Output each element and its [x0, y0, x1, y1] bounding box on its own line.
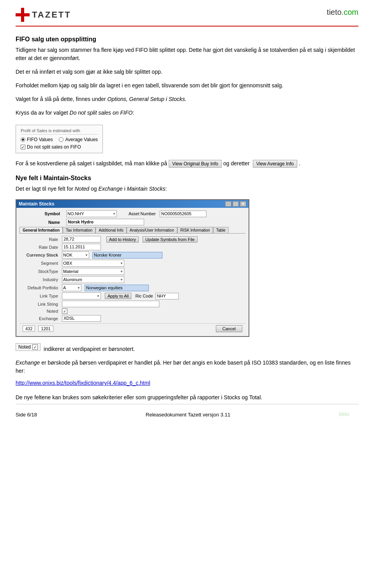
stocktype-label: StockType — [19, 269, 60, 274]
tab-tax-information[interactable]: Tax Information — [63, 227, 95, 233]
ric-code-label: Ric Code — [135, 294, 153, 298]
maximize-button[interactable]: □ — [233, 201, 239, 207]
portfolio-dropdown-arrow-icon: ▼ — [77, 286, 80, 290]
exchange-link[interactable]: http://www.onixs.biz/tools/fixdictionary… — [16, 380, 150, 386]
symbol-dropdown[interactable]: NO.NHY ▼ — [66, 210, 117, 217]
cancel-button[interactable]: Cancel — [216, 325, 242, 332]
exchange-row: Exchange XDSL — [19, 315, 245, 322]
portfolio-name-field: Norwegian equities — [85, 285, 149, 291]
tieto-logo: tieto.com — [327, 8, 358, 17]
name-row: Name Norsk Hydro — [19, 219, 245, 225]
link-type-dropdown[interactable]: ▼ — [62, 292, 101, 299]
profit-legend: Profit of Sales is estimated with — [21, 128, 98, 135]
tab-risk-information[interactable]: RISK Information — [177, 227, 213, 233]
link-string-label: Link String — [19, 302, 60, 306]
asset-number-field: NO0005052605 — [160, 211, 206, 217]
para3: Forholdet mellom kjøp og salg blir da la… — [16, 81, 358, 90]
add-history-button-container: Add to History — [106, 236, 139, 243]
footer-num1: 432 — [23, 326, 35, 332]
link-string-field — [62, 301, 159, 307]
link-type-label: Link Type — [19, 294, 60, 298]
rate-field: 28,72 — [62, 236, 101, 243]
segment-label: Segment — [19, 261, 60, 266]
profit-options-box: Profit of Sales is estimated with FIFO V… — [16, 125, 103, 153]
radio-row: FIFO Values Average Values — [21, 137, 98, 142]
currency-stock-row: Currency Stock NOK ▼ Norske Kroner — [19, 251, 245, 259]
section2-para: Det er lagt til nye felt for Noted og Ex… — [16, 185, 358, 193]
exchange-para: Exchange er børskode på børsen verdipapi… — [16, 359, 358, 375]
para1: Tidligere har salg som stammer fra flere… — [16, 46, 358, 62]
radio-average[interactable]: Average Values — [59, 137, 98, 142]
minimize-button[interactable]: _ — [225, 201, 231, 207]
noted-row: Noted ✓ — [19, 308, 245, 314]
exchange-link-para: http://www.onixs.biz/tools/fixdictionary… — [16, 379, 358, 387]
exchange-field: XDSL — [62, 315, 101, 322]
para5: Kryss da av for valget Do not split sale… — [16, 109, 358, 117]
footer-num2: 1201 — [38, 326, 53, 332]
radio-fifo[interactable]: FIFO Values — [21, 137, 53, 142]
view-original-buy-info-button[interactable]: View Original Buy Info — [169, 160, 222, 168]
radio-fifo-circle — [21, 137, 25, 142]
section2-heading: Nye felt i Maintain-Stocks — [16, 175, 358, 182]
default-portfolio-row: Default Portfolio A ▼ Norwegian equities — [19, 284, 245, 291]
exchange-label: Exchange — [19, 316, 60, 321]
tazett-logo: TAZETT — [16, 8, 71, 22]
update-symbols-button-container: Update Symbols from File — [143, 236, 198, 243]
noted-checkbox[interactable]: ✓ — [62, 308, 67, 314]
svg-rect-1 — [16, 13, 30, 16]
currency-name-field: Norske Kroner — [92, 252, 162, 259]
page-footer: Side 6/18 Releasedokument Tazett versjon… — [16, 404, 358, 421]
checkbox-do-not-split-box: ✓ — [21, 145, 25, 149]
svg-text:tieto: tieto — [339, 411, 349, 417]
currency-dropdown-arrow-icon: ▼ — [85, 253, 88, 257]
apply-to-all-button[interactable]: Apply to All — [105, 293, 131, 299]
segment-row: Segment OBX ▼ — [19, 260, 245, 267]
close-button[interactable]: ✕ — [240, 201, 246, 207]
industry-dropdown[interactable]: Aluminum ▼ — [62, 276, 124, 283]
tab-analysis-user-information[interactable]: Analysis/User Information — [127, 227, 177, 233]
page-heading: FIFO salg uten oppsplitting — [16, 36, 358, 43]
ric-code-field: NHY — [155, 293, 179, 299]
rate-date-label: Rate Date — [19, 245, 60, 250]
window-title: Maintain Stocks — [19, 201, 54, 207]
default-portfolio-label: Default Portfolio — [19, 285, 60, 290]
rate-date-row: Rate Date 15.11.2011 — [19, 244, 245, 250]
currency-stock-dropdown[interactable]: NOK ▼ — [62, 251, 89, 259]
segment-dropdown-arrow-icon: ▼ — [120, 262, 123, 265]
industry-row: Industry Aluminum ▼ — [19, 276, 245, 283]
logo-text: TAZETT — [32, 10, 71, 20]
add-to-history-button[interactable]: Add to History — [106, 236, 139, 243]
stocktype-row: StockType Material ▼ — [19, 268, 245, 275]
footer-right: tieto — [339, 408, 358, 421]
view-average-info-button[interactable]: View Average Info — [253, 160, 297, 168]
tab-additional-info[interactable]: Additional Info — [95, 227, 126, 233]
rate-date-field: 15.11.2011 — [62, 244, 101, 250]
maintain-stocks-window: Maintain Stocks _ □ ✕ Symbol NO.NHY ▼ As… — [16, 199, 249, 337]
asset-number-label: Asset Number — [129, 211, 156, 216]
window-titlebar: Maintain Stocks _ □ ✕ — [16, 200, 249, 208]
chevron-down-icon: ▼ — [113, 212, 116, 216]
footer-center-text: Releasedokument Tazett versjon 3.11 — [37, 412, 339, 418]
default-portfolio-dropdown[interactable]: A ▼ — [62, 284, 81, 291]
para4: Valget for å slå på dette, finnes under … — [16, 95, 358, 103]
radio-average-circle — [59, 137, 64, 142]
currency-stock-label: Currency Stock — [19, 253, 60, 257]
noted-box-label: Noted — [18, 344, 31, 350]
tab-general-information[interactable]: General Information — [19, 227, 63, 233]
window-body: Symbol NO.NHY ▼ Asset Number NO000505260… — [16, 208, 249, 336]
update-symbols-button[interactable]: Update Symbols from File — [143, 236, 198, 243]
segment-dropdown[interactable]: OBX ▼ — [62, 260, 124, 267]
page-number: Side 6/18 — [16, 412, 37, 418]
rate-row: Rate 28,72 Add to History Update Symbols… — [19, 236, 245, 243]
checkbox-do-not-split[interactable]: ✓ Do not split sales on FIFO — [21, 144, 98, 150]
link-string-row: Link String — [19, 301, 245, 307]
symbol-row: Symbol NO.NHY ▼ Asset Number NO000505260… — [19, 210, 245, 217]
stocktype-dropdown[interactable]: Material ▼ — [62, 268, 124, 275]
noted-box-check: ✓ — [32, 344, 38, 350]
last-para: De nye feltene kan brukes som søkekriter… — [16, 393, 358, 402]
logo-icon — [16, 8, 30, 22]
noted-box: Noted ✓ — [16, 343, 41, 351]
tab-table[interactable]: Table — [213, 227, 229, 233]
window-controls: _ □ ✕ — [225, 201, 246, 207]
name-label: Name — [19, 220, 62, 225]
